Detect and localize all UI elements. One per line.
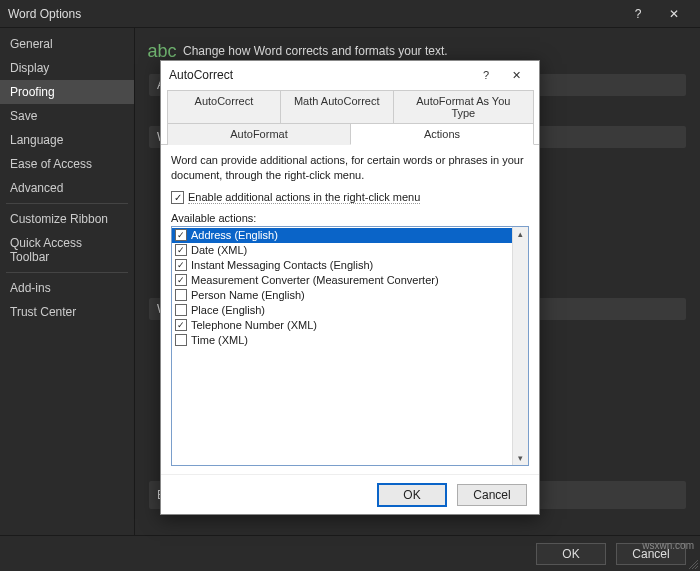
sidebar-item-save[interactable]: Save xyxy=(0,104,134,128)
dialog-titlebar: AutoCorrect ? ✕ xyxy=(161,61,539,89)
scrollbar[interactable]: ▴ ▾ xyxy=(512,227,528,465)
action-list-item[interactable]: ✓Address (English) xyxy=(172,228,512,243)
sidebar-item-quick-access-toolbar[interactable]: Quick Access Toolbar xyxy=(0,231,134,269)
sidebar-item-ease-of-access[interactable]: Ease of Access xyxy=(0,152,134,176)
action-label: Time (XML) xyxy=(191,334,248,346)
close-icon[interactable]: ✕ xyxy=(656,0,692,28)
action-label: Date (XML) xyxy=(191,244,247,256)
checkbox-icon[interactable]: ✓ xyxy=(175,244,187,256)
help-icon[interactable]: ? xyxy=(620,0,656,28)
sidebar-item-general[interactable]: General xyxy=(0,32,134,56)
checkbox-icon[interactable] xyxy=(175,304,187,316)
cancel-button[interactable]: Cancel xyxy=(457,484,527,506)
action-list-item[interactable]: Time (XML) xyxy=(172,333,512,348)
checkbox-icon[interactable] xyxy=(175,289,187,301)
action-list-item[interactable]: ✓Instant Messaging Contacts (English) xyxy=(172,258,512,273)
watermark: wsxwn.com xyxy=(642,540,694,551)
sidebar-item-display[interactable]: Display xyxy=(0,56,134,80)
close-icon[interactable]: ✕ xyxy=(501,61,531,89)
checkbox-icon[interactable]: ✓ xyxy=(175,229,187,241)
checkbox-icon[interactable] xyxy=(175,334,187,346)
action-label: Measurement Converter (Measurement Conve… xyxy=(191,274,439,286)
dialog-title: AutoCorrect xyxy=(169,68,471,82)
action-list-item[interactable]: ✓Measurement Converter (Measurement Conv… xyxy=(172,273,512,288)
action-label: Instant Messaging Contacts (English) xyxy=(191,259,373,271)
available-actions-label: Available actions: xyxy=(171,212,529,224)
tab-math-autocorrect[interactable]: Math AutoCorrect xyxy=(280,90,394,123)
sidebar: General Display Proofing Save Language E… xyxy=(0,28,135,535)
ok-button[interactable]: OK xyxy=(536,543,606,565)
enable-actions-checkbox-row[interactable]: ✓ Enable additional actions in the right… xyxy=(171,189,529,206)
sidebar-item-add-ins[interactable]: Add-ins xyxy=(0,276,134,300)
scroll-down-icon[interactable]: ▾ xyxy=(518,453,523,463)
action-label: Person Name (English) xyxy=(191,289,305,301)
checkbox-icon[interactable]: ✓ xyxy=(175,319,187,331)
action-label: Place (English) xyxy=(191,304,265,316)
window-title: Word Options xyxy=(8,7,620,21)
checkbox-icon[interactable]: ✓ xyxy=(171,191,184,204)
page-subtitle: Change how Word corrects and formats you… xyxy=(183,44,448,58)
sidebar-item-language[interactable]: Language xyxy=(0,128,134,152)
autocorrect-dialog: AutoCorrect ? ✕ AutoCorrect Math AutoCor… xyxy=(160,60,540,515)
action-list-item[interactable]: ✓Telephone Number (XML) xyxy=(172,318,512,333)
titlebar: Word Options ? ✕ xyxy=(0,0,700,28)
scroll-up-icon[interactable]: ▴ xyxy=(518,229,523,239)
dialog-tabs: AutoCorrect Math AutoCorrect AutoFormat … xyxy=(161,89,539,145)
tab-autoformat[interactable]: AutoFormat xyxy=(167,123,351,145)
help-icon[interactable]: ? xyxy=(471,61,501,89)
available-actions-list: ✓Address (English)✓Date (XML)✓Instant Me… xyxy=(171,226,529,466)
action-label: Telephone Number (XML) xyxy=(191,319,317,331)
word-options-footer: OK Cancel xyxy=(0,535,700,571)
resize-grip-icon[interactable] xyxy=(686,557,698,569)
action-list-item[interactable]: ✓Date (XML) xyxy=(172,243,512,258)
action-label: Address (English) xyxy=(191,229,278,241)
checkbox-icon[interactable]: ✓ xyxy=(175,274,187,286)
tab-actions[interactable]: Actions xyxy=(350,123,534,145)
dialog-footer: OK Cancel xyxy=(161,474,539,514)
action-list-item[interactable]: Place (English) xyxy=(172,303,512,318)
tab-autoformat-as-you-type[interactable]: AutoFormat As You Type xyxy=(393,90,534,123)
sidebar-item-trust-center[interactable]: Trust Center xyxy=(0,300,134,324)
sidebar-item-advanced[interactable]: Advanced xyxy=(0,176,134,200)
checkbox-icon[interactable]: ✓ xyxy=(175,259,187,271)
action-list-item[interactable]: Person Name (English) xyxy=(172,288,512,303)
sidebar-item-customize-ribbon[interactable]: Customize Ribbon xyxy=(0,207,134,231)
enable-actions-label: Enable additional actions in the right-c… xyxy=(188,191,420,204)
sidebar-item-proofing[interactable]: Proofing xyxy=(0,80,134,104)
ok-button[interactable]: OK xyxy=(377,483,447,507)
dialog-description: Word can provide additional actions, for… xyxy=(171,153,529,183)
tab-autocorrect[interactable]: AutoCorrect xyxy=(167,90,281,123)
